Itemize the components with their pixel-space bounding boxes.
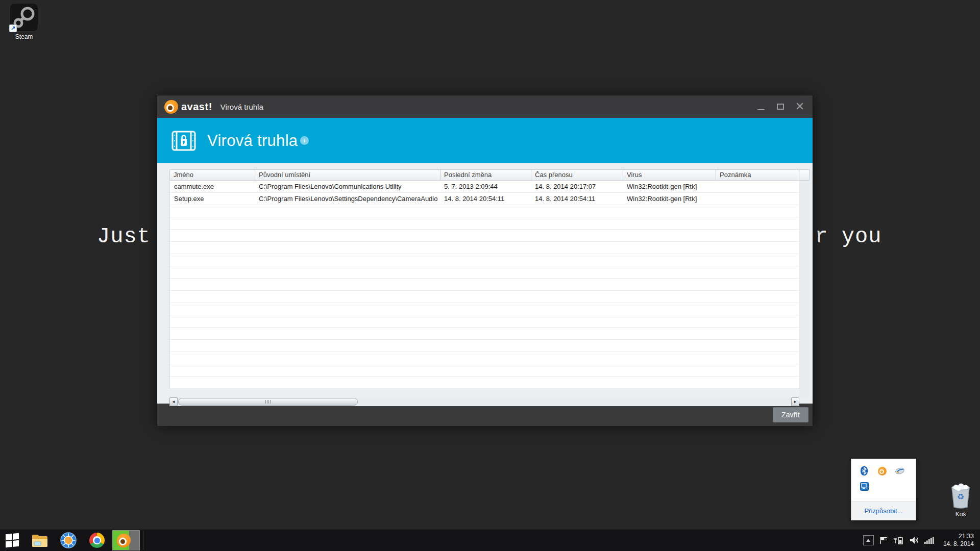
avast-logo-icon [164,100,178,114]
table-row-empty [170,242,799,254]
scroll-right-button[interactable]: ► [791,397,799,406]
graphics-utility-icon[interactable] [860,482,869,491]
virus-chest-banner: Virová truhla i [157,118,813,163]
column-header-transfer-time[interactable]: Čas přenosu [531,170,623,180]
table-row-empty [170,279,799,291]
table-row-empty [170,291,799,303]
horizontal-scrollbar[interactable]: ◄ ► [169,397,799,406]
cell-transfer-time: 14. 8. 2014 20:17:07 [531,181,623,192]
clock-date: 14. 8. 2014 [943,540,974,548]
table-row-empty [170,303,799,315]
table-row[interactable]: cammute.exe C:\Program Files\Lenovo\Comm… [170,181,799,193]
desktop-icon-steam[interactable]: ↗ Steam [1,3,47,40]
cell-last-change: 14. 8. 2014 20:54:11 [440,193,531,205]
tray-popup-footer: Přizpůsobit... [851,501,916,520]
column-header-location[interactable]: Původní umístění [255,170,440,180]
table-row-empty [170,352,799,364]
taskbar-divider [143,531,144,550]
steam-label: Steam [1,33,47,40]
cell-note [716,193,799,205]
avast-taskbar-icon [117,534,131,547]
cell-location: C:\Program Files\Lenovo\Communications U… [255,181,440,192]
table-row-empty [170,254,799,266]
show-hidden-icons-button[interactable] [863,535,874,545]
media-app-icon [60,532,77,548]
cell-last-change: 5. 7. 2013 2:09:44 [440,181,531,192]
action-center-flag-icon[interactable] [879,536,888,544]
bluetooth-icon[interactable] [860,466,869,475]
table-row-empty [170,377,799,389]
table-row-empty [170,364,799,377]
vertical-scroll-track[interactable] [799,181,810,397]
taskbar-clock[interactable]: 21:33 14. 8. 2014 [940,533,974,548]
power-battery-icon[interactable] [894,536,904,544]
column-header-virus[interactable]: Virus [623,170,716,180]
window-title: Virová truhla [220,103,263,111]
window-titlebar: avast! Virová truhla ✕ [157,95,813,118]
wallpaper-text-left: Just [97,224,151,249]
cell-name: Setup.exe [170,193,255,205]
window-footer: Zavřít [157,404,813,426]
column-header-note[interactable]: Poznámka [716,170,799,180]
scroll-left-button[interactable]: ◄ [169,397,178,406]
close-window-button[interactable]: ✕ [792,99,807,114]
media-app-button[interactable] [57,530,80,551]
chrome-button[interactable] [86,530,108,551]
file-explorer-button[interactable] [29,530,51,551]
desktop-icon-recycle-bin[interactable]: ♻ Koš [940,483,980,518]
volume-icon[interactable] [910,536,919,544]
table-row-empty [170,315,799,328]
table-header-row: Jméno Původní umístění Poslední změna Ča… [169,169,799,181]
maximize-button[interactable] [773,99,788,114]
cell-virus: Win32:Rootkit-gen [Rtk] [623,193,716,205]
cell-transfer-time: 14. 8. 2014 20:54:11 [531,193,623,205]
cell-virus: Win32:Rootkit-gen [Rtk] [623,181,716,192]
network-signal-icon[interactable] [924,536,935,544]
vertical-scrollbar[interactable] [799,169,810,397]
start-button[interactable] [1,530,23,551]
avast-icon[interactable] [877,466,887,475]
horizontal-scroll-thumb[interactable] [178,398,358,406]
scrollbar-corner [799,169,810,181]
avast-window-button[interactable] [112,530,140,550]
column-header-last-change[interactable]: Poslední změna [440,170,531,180]
cell-location: C:\Program Files\Lenovo\SettingsDependen… [255,193,440,205]
table-row[interactable]: Setup.exe C:\Program Files\Lenovo\Settin… [170,193,799,205]
table-row-empty [170,328,799,340]
banner-title: Virová truhla [207,132,298,150]
table-row-empty [170,266,799,279]
zavrit-button[interactable]: Zavřít [773,407,808,422]
system-tray: 21:33 14. 8. 2014 [863,530,980,551]
table-row-empty [170,205,799,217]
avast-wordmark: avast! [181,101,212,113]
table-row-empty [170,217,799,230]
file-explorer-icon [32,533,48,547]
shortcut-arrow-icon: ↗ [9,24,17,32]
tray-overflow-popup: Přizpůsobit... [851,459,916,520]
pointing-device-icon[interactable] [895,466,904,475]
column-header-name[interactable]: Jméno [170,170,255,180]
info-icon[interactable]: i [300,136,309,145]
table-empty-rows [170,205,799,389]
svg-text:♻: ♻ [957,492,964,501]
table-body: cammute.exe C:\Program Files\Lenovo\Comm… [169,181,799,389]
cell-name: cammute.exe [170,181,255,192]
customize-link[interactable]: Přizpůsobit... [864,507,902,515]
table-row-empty [170,340,799,352]
recycle-bin-label: Koš [940,511,980,518]
taskbar: 21:33 14. 8. 2014 [0,529,980,551]
minimize-button[interactable] [753,99,769,114]
virus-chest-icon [172,130,196,152]
cell-note [716,181,799,192]
recycle-bin-icon: ♻ [949,483,972,509]
clock-time: 21:33 [943,533,974,540]
windows-logo-icon [6,533,19,548]
steam-icon: ↗ [10,3,38,32]
avast-virus-chest-window: avast! Virová truhla ✕ Virová truhla i J… [157,95,813,425]
virus-chest-table: Jméno Původní umístění Poslední změna Ča… [169,169,810,406]
table-row-empty [170,230,799,242]
chrome-icon [89,533,105,548]
window-content: Jméno Původní umístění Poslední změna Ča… [157,163,813,404]
